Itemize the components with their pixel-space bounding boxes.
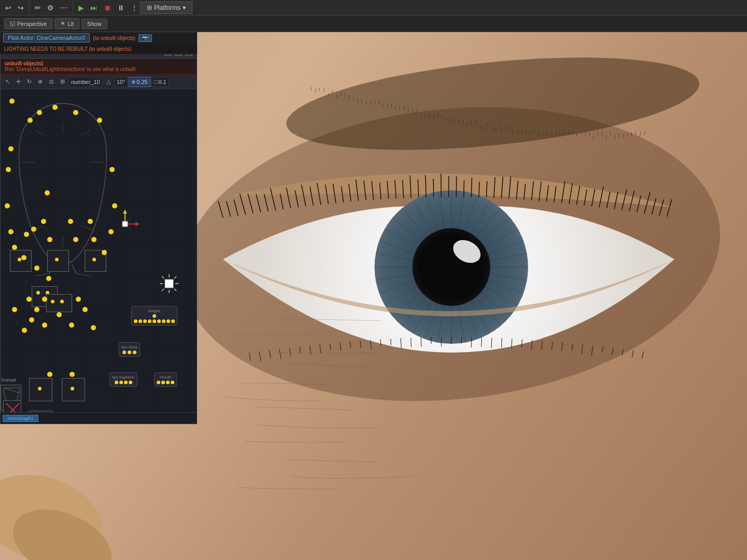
show-button[interactable]: Show <box>81 19 107 29</box>
bp-toolbar: ↖ ✛ ↻ ⊕ ⚖ ⊞ number_10 △ 10° ◈ 0.25 □ 0.1 <box>1 75 197 89</box>
mouth-node-title: mouth <box>157 375 174 380</box>
lips-blow-title: lips blow <box>121 345 137 349</box>
play-next-btn[interactable]: ⏭ <box>88 2 100 13</box>
svg-line-23 <box>174 276 176 278</box>
tongue-dot-3 <box>139 319 142 323</box>
toolbar-edit-section: ✏ ⚙ ⋯ <box>30 0 73 15</box>
ydot-4 <box>27 118 33 123</box>
scale2-icon: □ <box>154 79 158 85</box>
bp-tab-label: AnimGraph1 <box>7 416 34 421</box>
tongue-dot-5 <box>148 319 151 323</box>
more-btn[interactable]: ⋯ <box>58 2 70 13</box>
ydot-mid-2 <box>70 372 75 377</box>
lt-dot-3 <box>124 381 128 384</box>
platforms-button[interactable]: ⊞ Platforms ▾ <box>140 2 192 14</box>
lit-button[interactable]: ☀ Lit <box>54 18 79 29</box>
bp-globe-tool[interactable]: ⊕ <box>35 76 45 88</box>
svg-marker-15 <box>135 222 140 226</box>
ydot-35 <box>29 317 34 323</box>
ydot-15 <box>109 167 115 172</box>
ydot-inner-2 <box>55 258 59 261</box>
ydot-6 <box>9 99 15 104</box>
mid-box-1[interactable] <box>29 378 52 401</box>
node-box-1 <box>10 250 32 272</box>
bp-grid-tool[interactable]: ⊞ <box>58 76 67 88</box>
ydot-10 <box>8 229 13 234</box>
tongue-dot-8 <box>162 319 165 323</box>
ydot-11 <box>12 245 17 250</box>
ydot-30 <box>76 297 81 302</box>
mid-box-2[interactable] <box>62 378 85 401</box>
bp-warn-title: unbuilt objects) <box>5 61 192 66</box>
bp-scale-val: ◈ 0.25 <box>129 77 150 87</box>
ydot-26 <box>91 237 96 242</box>
tongue-dot-6 <box>153 319 156 323</box>
grid-number: number_10 <box>71 79 100 85</box>
mouth-node[interactable]: mouth <box>154 372 177 387</box>
mouth-dot-2 <box>161 381 165 384</box>
pilot-actor-label: Pilot Actor: CineCameraActor0 <box>3 33 90 43</box>
ydot-2 <box>37 110 42 115</box>
ydot-mid-inner-1 <box>38 387 42 390</box>
lips-blow-node[interactable]: lips blow <box>119 342 140 357</box>
tongue-node[interactable]: tongue <box>131 306 177 326</box>
bp-move-tool[interactable]: ✛ <box>13 76 23 88</box>
bp-warning-bar: unbuilt objects) Run 'DumpUnbuiltLightIn… <box>1 59 197 75</box>
ydot-mid-1 <box>47 372 52 377</box>
ydot-34 <box>82 307 88 312</box>
bp-animgraph-tab[interactable]: AnimGraph1 <box>3 415 38 422</box>
svg-line-5 <box>36 131 45 135</box>
ydot-20 <box>41 219 46 224</box>
platforms-label: Platforms <box>154 4 181 11</box>
platforms-area: ⊞ Platforms ▾ <box>140 0 192 16</box>
bp-angle-tool[interactable]: △ <box>104 76 113 88</box>
bp-canvas[interactable]: tongue lips blow <box>1 89 197 424</box>
bp-weight-tool[interactable]: ⚖ <box>46 76 57 88</box>
tongue-dot-9 <box>167 319 170 323</box>
perspective-label: Perspective <box>17 21 47 27</box>
ydot-inner-6 <box>51 300 54 303</box>
ydot-38 <box>91 325 96 330</box>
settings-btn[interactable]: ⚙ <box>45 2 56 13</box>
ydot-28 <box>26 297 32 302</box>
bp-cursor-tool[interactable]: ↖ <box>3 76 12 88</box>
ydot-36 <box>42 323 47 328</box>
redo-btn[interactable]: ↪ <box>16 2 26 13</box>
funnel-label: Funnel <box>2 377 16 383</box>
viewport-toolbar: ◱ Perspective ☀ Lit Show <box>0 16 747 32</box>
bp-grid-num: number_10 <box>68 77 103 87</box>
platforms-dropdown-icon: ▾ <box>183 4 186 11</box>
mid-node-group <box>29 372 34 377</box>
ydot-14 <box>46 276 51 281</box>
ydot-8 <box>6 167 11 172</box>
light-source-icon <box>159 273 179 296</box>
camera-lock-btn[interactable]: 📷 <box>139 34 152 42</box>
tongue-dot-10 <box>171 319 175 323</box>
mouth-dot-3 <box>166 381 170 384</box>
svg-line-2 <box>36 274 49 276</box>
ydot-5 <box>97 118 102 123</box>
mouth-dot-1 <box>157 381 160 384</box>
undo-btn[interactable]: ↩ <box>3 2 13 13</box>
svg-line-26 <box>4 388 19 393</box>
lips-together-node[interactable]: lips together <box>109 372 137 387</box>
lips-blow-dot-1 <box>122 351 126 354</box>
stop-btn[interactable]: ⏹ <box>102 2 113 13</box>
bp-rotate-tool[interactable]: ↻ <box>24 76 34 88</box>
lit-icon: ☀ <box>60 20 65 27</box>
mouth-dot-4 <box>171 381 174 384</box>
ydot-19 <box>45 190 50 195</box>
lt-dot-1 <box>115 381 118 384</box>
toolbar-left-section: ↩ ↪ <box>0 0 30 15</box>
pause-btn[interactable]: ⏸ <box>115 2 127 13</box>
platforms-icon: ⊞ <box>147 4 152 11</box>
lit-label: Lit <box>67 21 74 27</box>
lt-dot-4 <box>129 381 132 384</box>
lips-blow-dot-3 <box>133 351 136 354</box>
perspective-button[interactable]: ◱ Perspective <box>4 18 52 29</box>
ydot-18 <box>102 250 107 255</box>
edit-btn[interactable]: ✏ <box>33 2 43 13</box>
warning-text: LIGHTING NEEDS TO BE REBUILT (to unbuilt… <box>4 46 131 52</box>
play-btn[interactable]: ▶ <box>76 2 86 13</box>
unbuilt-warning-inline: (to unbuilt objects) <box>93 35 135 41</box>
